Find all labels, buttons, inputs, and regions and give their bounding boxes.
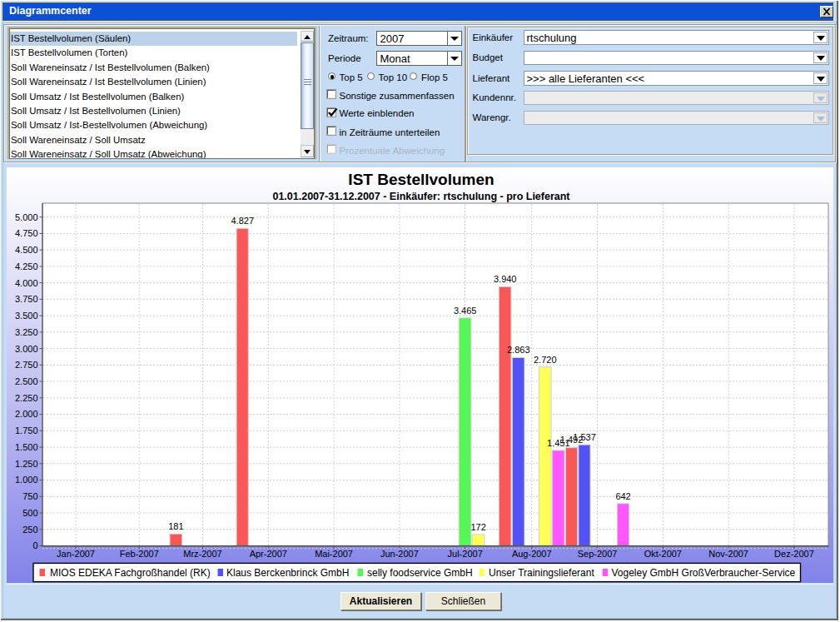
svg-text:2.863: 2.863: [507, 345, 530, 355]
svg-text:3.940: 3.940: [494, 274, 517, 284]
svg-text:4.500: 4.500: [15, 245, 38, 255]
svg-text:01.01.2007-31.12.2007 - Einkäu: 01.01.2007-31.12.2007 - Einkäufer: rtsch…: [272, 191, 570, 202]
svg-text:172: 172: [471, 522, 486, 532]
svg-text:4.250: 4.250: [15, 261, 38, 271]
svg-text:3.250: 3.250: [15, 327, 38, 337]
svg-text:1.500: 1.500: [15, 442, 38, 452]
svg-text:Dez-2007: Dez-2007: [774, 549, 814, 559]
svg-text:2.500: 2.500: [15, 376, 38, 386]
svg-text:750: 750: [22, 491, 37, 501]
svg-text:3.500: 3.500: [15, 311, 38, 321]
svg-text:2.720: 2.720: [534, 355, 557, 365]
svg-text:3.465: 3.465: [454, 306, 477, 316]
svg-text:500: 500: [22, 508, 37, 518]
svg-text:2.750: 2.750: [15, 360, 38, 370]
svg-text:2.000: 2.000: [15, 409, 38, 419]
svg-text:Okt-2007: Okt-2007: [644, 549, 682, 559]
svg-text:Jul-2007: Jul-2007: [448, 549, 483, 559]
svg-text:Mai-2007: Mai-2007: [315, 549, 353, 559]
svg-text:250: 250: [22, 525, 37, 535]
svg-text:1.537: 1.537: [573, 432, 596, 442]
svg-text:3.000: 3.000: [15, 344, 38, 354]
svg-text:Klaus Berckenbrinck GmbH: Klaus Berckenbrinck GmbH: [226, 567, 349, 579]
svg-text:Aug-2007: Aug-2007: [512, 549, 552, 559]
svg-text:Feb-2007: Feb-2007: [120, 549, 159, 559]
svg-text:1.000: 1.000: [15, 475, 38, 485]
svg-text:3.750: 3.750: [15, 294, 38, 304]
svg-text:4.827: 4.827: [231, 216, 255, 226]
svg-text:181: 181: [168, 521, 183, 531]
svg-text:Mrz-2007: Mrz-2007: [183, 549, 221, 559]
svg-text:1.250: 1.250: [15, 459, 38, 469]
svg-text:5.000: 5.000: [15, 212, 38, 222]
svg-text:Jun-2007: Jun-2007: [380, 549, 419, 559]
svg-text:Unser Trainingslieferant: Unser Trainingslieferant: [489, 567, 594, 579]
svg-text:2.250: 2.250: [15, 393, 38, 403]
svg-text:4.750: 4.750: [15, 228, 38, 238]
svg-text:Apr-2007: Apr-2007: [250, 549, 287, 559]
svg-text:Jan-2007: Jan-2007: [57, 549, 95, 559]
svg-text:MIOS EDEKA Fachgroßhandel (RK): MIOS EDEKA Fachgroßhandel (RK): [50, 567, 211, 579]
svg-text:Vogeley GmbH GroßVerbraucher-S: Vogeley GmbH GroßVerbraucher-Service: [612, 567, 796, 579]
svg-text:IST Bestellvolumen: IST Bestellvolumen: [348, 171, 494, 188]
svg-text:Sep-2007: Sep-2007: [578, 549, 618, 559]
svg-text:0: 0: [32, 540, 37, 550]
svg-text:Nov-2007: Nov-2007: [708, 549, 748, 559]
svg-text:4.000: 4.000: [15, 278, 38, 288]
svg-text:1.750: 1.750: [15, 425, 38, 435]
svg-text:642: 642: [615, 491, 630, 501]
svg-text:selly foodservice GmbH: selly foodservice GmbH: [367, 567, 473, 579]
